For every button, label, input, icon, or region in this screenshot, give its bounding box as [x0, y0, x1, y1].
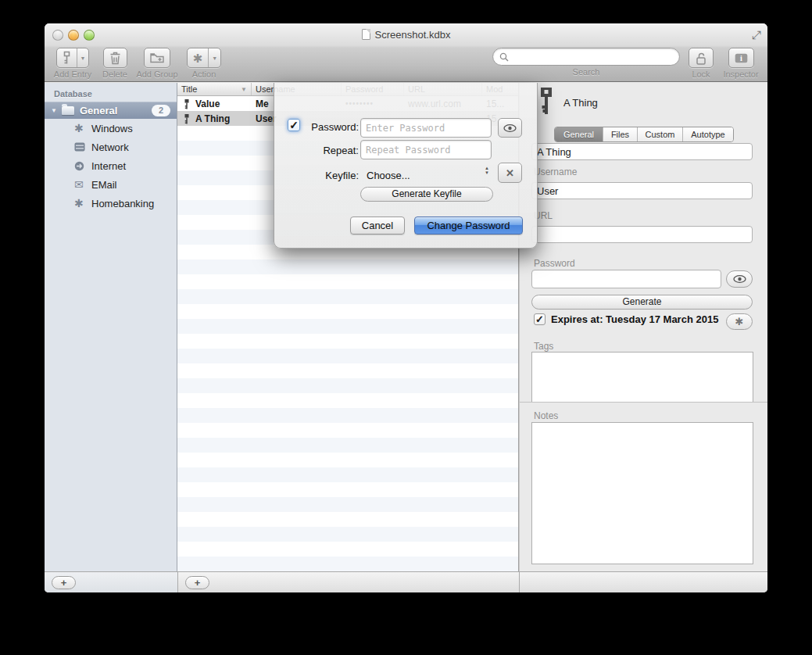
fullscreen-icon[interactable]: ⤢ — [752, 28, 761, 42]
inspector-entry-title: A Thing — [563, 97, 598, 109]
sidebar-item-label: Windows — [91, 123, 133, 134]
username-label: Username — [534, 166, 577, 177]
inspector-button[interactable]: i — [728, 48, 754, 68]
eye-icon — [733, 275, 746, 283]
delete-label: Delete — [99, 70, 131, 79]
sidebar-item-windows[interactable]: ✱ Windows — [45, 119, 177, 138]
add-group-label: Add Group — [134, 70, 181, 79]
toolbar-delete: Delete — [99, 48, 131, 79]
toolbar-lock: Lock — [685, 48, 717, 79]
entry-title: Value — [195, 98, 220, 109]
inspector-tabs: General Files Custom Autotype — [554, 127, 734, 142]
expires-label: Expires at: Tuesday 17 March 2015 — [551, 313, 718, 325]
screenshot-stage: Screenshot.kdbx ⤢ ▼ Add Entry — [0, 0, 812, 655]
chevron-down-icon: ▼ — [80, 55, 86, 61]
search-input[interactable] — [492, 48, 680, 66]
eye-icon — [503, 124, 517, 132]
notes-label: Notes — [534, 410, 558, 421]
tags-label: Tags — [534, 341, 553, 352]
sidebar-group-general[interactable]: ▼ General 2 — [45, 102, 177, 119]
notes-box[interactable] — [531, 422, 753, 564]
keyfile-popup[interactable]: Choose... — [367, 170, 410, 181]
password-label: Password — [534, 258, 575, 269]
delete-button[interactable] — [103, 48, 127, 68]
sheet-repeat-input[interactable] — [360, 140, 492, 159]
toolbar-search: Search — [492, 48, 680, 77]
tab-custom[interactable]: Custom — [638, 127, 683, 141]
sidebar-item-label: EMail — [91, 179, 117, 191]
sidebar-item-label: Network — [91, 141, 129, 153]
tab-general[interactable]: General — [555, 127, 603, 141]
column-title-label: Title — [181, 84, 197, 94]
sidebar-group-name: General — [80, 105, 152, 116]
expires-checkbox[interactable]: ✓ — [534, 313, 546, 325]
generate-password-button[interactable]: Generate — [531, 295, 753, 310]
gear-icon: ✱ — [193, 52, 203, 64]
add-group-plus-button[interactable]: + — [52, 576, 76, 589]
toolbar-add-group: Add Group — [134, 48, 181, 79]
expires-row: ✓ Expires at: Tuesday 17 March 2015 — [534, 313, 718, 325]
change-password-button[interactable]: Change Password — [414, 217, 523, 234]
sheet-password-input[interactable] — [360, 118, 492, 138]
toolbar-inspector: i Inspector — [721, 48, 761, 79]
sidebar-item-email[interactable]: ✉ EMail — [45, 175, 177, 194]
generate-keyfile-button[interactable]: Generate Keyfile — [360, 187, 493, 202]
server-icon — [74, 142, 91, 152]
tab-files[interactable]: Files — [603, 127, 638, 141]
change-password-sheet: ✓ Password: Repeat: Keyfile: Choose... ▲… — [274, 83, 538, 249]
sidebar-item-homebanking[interactable]: ✱ Homebanking — [45, 194, 177, 213]
inspector-footer — [519, 572, 767, 592]
svg-text:i: i — [740, 54, 742, 63]
sheet-keyfile-label: Keyfile: — [298, 170, 359, 181]
inspector-label: Inspector — [721, 70, 761, 79]
url-field[interactable] — [531, 226, 753, 243]
add-group-button[interactable] — [144, 48, 170, 68]
window-title: Screenshot.kdbx — [375, 29, 451, 41]
sheet-show-password-button[interactable] — [498, 118, 522, 138]
section-divider — [520, 402, 767, 403]
key-icon — [63, 51, 71, 65]
sidebar-item-internet[interactable]: Internet — [45, 156, 177, 175]
username-field[interactable] — [531, 182, 753, 199]
tags-box[interactable] — [531, 352, 753, 402]
expires-options-button[interactable]: ✱ — [726, 313, 753, 330]
title-field[interactable] — [531, 143, 753, 160]
unlocked-padlock-icon — [695, 52, 707, 65]
document-icon — [362, 29, 370, 40]
folder-plus-icon — [150, 52, 164, 63]
disclosure-triangle-icon[interactable]: ▼ — [51, 107, 62, 114]
sidebar-item-label: Internet — [91, 160, 126, 172]
info-icon: i — [735, 53, 748, 63]
app-window: Screenshot.kdbx ⤢ ▼ Add Entry — [45, 23, 767, 592]
action-button[interactable]: ✱ ▼ — [187, 48, 222, 68]
folder-icon — [62, 106, 74, 115]
key-icon — [184, 113, 190, 124]
close-x-icon: ✕ — [506, 167, 514, 179]
stepper-arrows-icon[interactable]: ▲▼ — [485, 166, 489, 175]
sheet-repeat-label: Repeat: — [298, 145, 359, 156]
lock-label: Lock — [685, 70, 717, 79]
cancel-button[interactable]: Cancel — [350, 217, 405, 234]
bottom-bar: + + — [45, 571, 767, 592]
entry-count-badge: 2 — [152, 105, 170, 116]
column-header-title[interactable]: Title ▼ — [177, 83, 252, 95]
add-entry-button[interactable]: ▼ — [56, 48, 90, 68]
key-icon — [538, 86, 555, 116]
search-label: Search — [492, 67, 680, 77]
clear-keyfile-button[interactable]: ✕ — [498, 163, 522, 183]
chevron-down-icon: ▼ — [212, 55, 217, 61]
search-icon — [499, 52, 509, 62]
password-field[interactable] — [531, 270, 721, 288]
toolbar-add-entry: ▼ Add Entry — [52, 48, 94, 79]
sort-descending-icon: ▼ — [241, 86, 247, 93]
lock-button[interactable] — [689, 48, 714, 68]
window-title-area: Screenshot.kdbx — [45, 29, 767, 41]
gear-icon: ✱ — [735, 317, 744, 327]
sidebar-section-header: Database — [45, 83, 177, 102]
sidebar-item-network[interactable]: Network — [45, 138, 177, 156]
tab-autotype[interactable]: Autotype — [683, 127, 733, 141]
add-entry-plus-button[interactable]: + — [185, 576, 209, 589]
sidebar-item-label: Homebanking — [91, 198, 154, 209]
add-entry-label: Add Entry — [52, 70, 94, 79]
show-password-button[interactable] — [726, 270, 753, 288]
